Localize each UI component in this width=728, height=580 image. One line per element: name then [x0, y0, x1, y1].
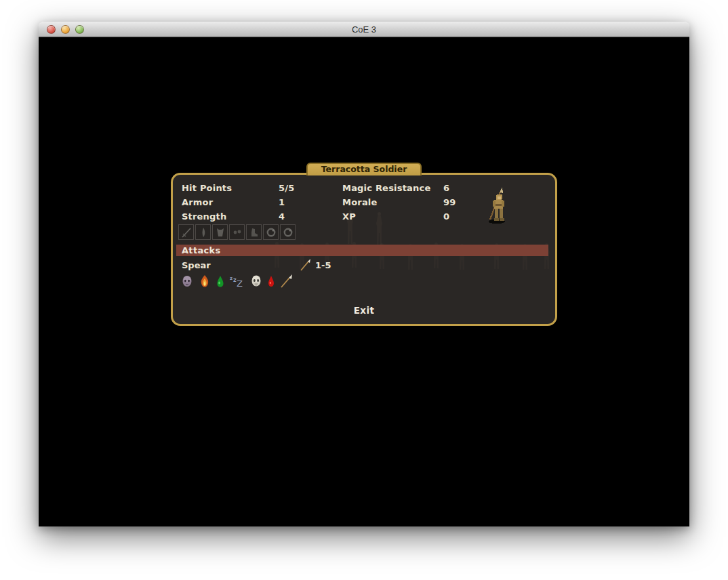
exit-button[interactable]: Exit [173, 305, 555, 316]
spear-icon [299, 258, 312, 274]
unit-info-dialog: Hit Points 5/5 Armor 1 Strength 4 Magic … [171, 173, 557, 326]
equipment-slot-row [178, 224, 296, 240]
attack-name: Spear [182, 260, 211, 270]
attacks-header-label: Attacks [182, 245, 220, 255]
weapon-slot[interactable] [178, 224, 194, 240]
attack-damage: 1-5 [315, 260, 331, 270]
svg-text:Z: Z [237, 278, 243, 288]
fire-icon[interactable] [198, 274, 211, 288]
stat-label-xp: XP [342, 211, 356, 222]
stat-value-hit-points: 5/5 [279, 183, 294, 193]
blood-drop-icon[interactable] [267, 274, 275, 288]
poison-drop-icon[interactable] [216, 274, 225, 288]
spear-icon[interactable] [279, 274, 294, 289]
stat-label-magic-resistance: Magic Resistance [342, 183, 430, 193]
ring-slot[interactable] [263, 224, 279, 240]
stat-label-morale: Morale [342, 197, 378, 207]
stat-value-xp: 0 [443, 211, 449, 222]
stat-label-strength: Strength [182, 211, 226, 222]
stat-value-armor: 1 [279, 197, 285, 207]
feet-slot[interactable] [246, 224, 262, 240]
stat-value-magic-resistance: 6 [443, 183, 449, 193]
stat-value-strength: 4 [279, 211, 285, 222]
ghost-unit-silhouette [376, 212, 383, 246]
undead-face-icon[interactable] [180, 274, 194, 288]
stat-label-hit-points: Hit Points [182, 183, 232, 193]
stat-label-armor: Armor [182, 197, 213, 207]
stat-value-morale: 99 [443, 197, 456, 207]
svg-text:z: z [230, 276, 232, 281]
skull-icon[interactable] [249, 274, 263, 288]
terracotta-soldier-sprite [479, 186, 513, 229]
unit-dialog-title-tab: Terracotta Soldier [306, 163, 422, 175]
sleep-icon[interactable]: z z Z [229, 274, 245, 288]
ability-icon-row: z z Z [180, 274, 294, 289]
armor-slot[interactable] [212, 224, 228, 240]
misc-item-slot[interactable] [195, 224, 211, 240]
window-title: CoE 3 [39, 24, 689, 35]
game-viewport: Terracotta Soldier Hit Points 5/5 Armor … [39, 37, 689, 526]
hands-slot[interactable] [229, 224, 245, 240]
ring-slot[interactable] [280, 224, 296, 240]
application-window: CoE 3 Terracotta Soldier Hit Points 5/5 … [39, 22, 689, 526]
window-titlebar[interactable]: CoE 3 [39, 22, 689, 37]
attacks-section-header: Attacks [176, 245, 548, 256]
